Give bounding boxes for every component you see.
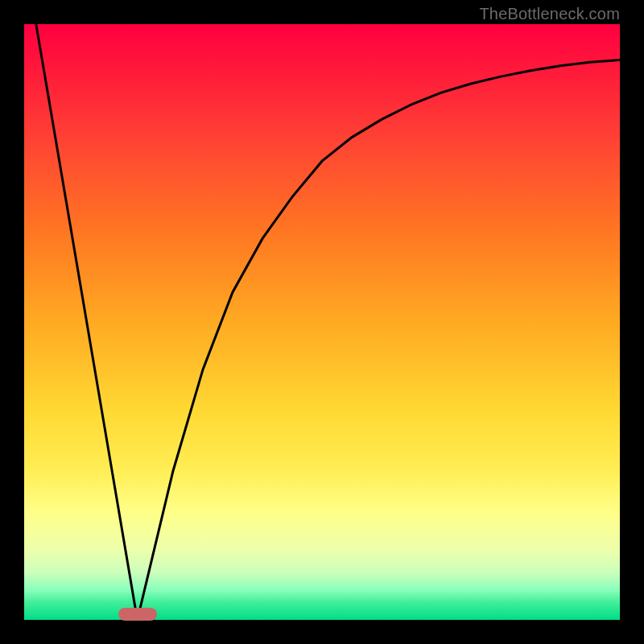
watermark-text: TheBottleneck.com: [479, 5, 620, 23]
plot-area: [24, 24, 620, 620]
bottleneck-marker: [118, 608, 157, 621]
chart-container: TheBottleneck.com: [0, 0, 644, 644]
right-curve-path: [138, 60, 620, 620]
left-line-path: [36, 24, 138, 620]
curves-svg: [24, 24, 620, 620]
